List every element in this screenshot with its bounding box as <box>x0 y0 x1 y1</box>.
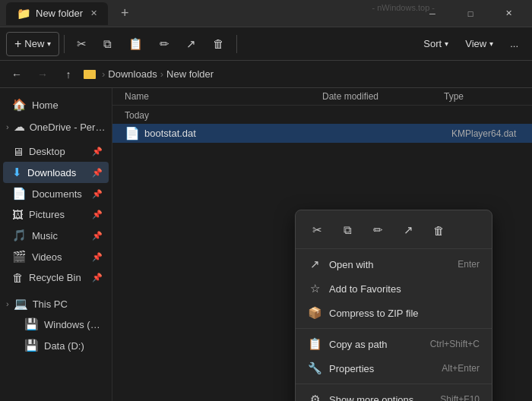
share-button[interactable]: ↗ <box>179 32 204 56</box>
sort-label: Sort <box>423 38 442 49</box>
context-menu: ✂ ⧉ ✏ ↗ 🗑 ↗ Open with Enter <box>295 210 492 401</box>
sidebar-item-home[interactable]: 🏠 Home <box>3 94 109 115</box>
tab-close-button[interactable]: ✕ <box>90 8 97 18</box>
sidebar-item-recycle-bin[interactable]: 🗑 Recycle Bin 📌 <box>3 267 109 288</box>
sort-button[interactable]: Sort ▾ <box>416 32 456 56</box>
copy-path-icon: 📋 <box>308 337 321 351</box>
ctx-rename-button[interactable]: ✏ <box>366 218 390 242</box>
ctx-delete-icon: 🗑 <box>433 224 445 237</box>
ctx-separator-2 <box>296 384 492 384</box>
new-button-icon: + <box>14 37 21 51</box>
documents-icon: 📄 <box>12 187 27 200</box>
ctx-item-copy-path[interactable]: 📋 Copy as path Ctrl+Shift+C <box>296 332 492 356</box>
maximize-button[interactable]: □ <box>453 0 488 27</box>
sidebar-item-windows-c[interactable]: 💾 Windows (C:) <box>3 314 109 335</box>
tab-title: New folder <box>36 8 83 19</box>
delete-button[interactable]: 🗑 <box>205 32 232 56</box>
file-type: KMPlayer64.dat <box>451 128 532 139</box>
close-button[interactable]: ✕ <box>491 0 526 27</box>
path-downloads[interactable]: Downloads <box>108 68 157 80</box>
recycle-bin-pin-icon: 📌 <box>92 273 103 283</box>
copy-button[interactable]: ⧉ <box>96 32 119 56</box>
music-label: Music <box>32 230 87 242</box>
more-button[interactable]: ... <box>502 32 526 56</box>
ctx-share-button[interactable]: ↗ <box>396 218 420 242</box>
sidebar-item-data-d[interactable]: 💾 Data (D:) <box>3 335 109 356</box>
cut-icon: ✂ <box>77 37 87 51</box>
new-tab-button[interactable]: + <box>114 3 135 24</box>
documents-pin-icon: 📌 <box>92 189 103 199</box>
home-label: Home <box>32 99 103 111</box>
videos-pin-icon: 📌 <box>92 252 103 262</box>
new-button[interactable]: + New ▾ <box>6 32 59 56</box>
sidebar-item-documents[interactable]: 📄 Documents 📌 <box>3 183 109 204</box>
ctx-delete-button[interactable]: 🗑 <box>426 218 451 242</box>
watermark: - nWindows.top - <box>366 0 441 15</box>
rename-button[interactable]: ✏ <box>152 32 177 56</box>
tab-folder-icon: 📁 <box>17 7 31 21</box>
downloads-icon: ⬇ <box>12 166 22 179</box>
this-pc-expand-icon: › <box>6 299 9 308</box>
show-more-icon: ⚙ <box>308 393 321 401</box>
more-icon: ... <box>510 38 518 49</box>
path-new-folder[interactable]: New folder <box>166 68 214 80</box>
ctx-item-add-favorites[interactable]: ☆ Add to Favorites <box>296 276 492 301</box>
forward-button[interactable]: → <box>32 64 53 85</box>
back-button[interactable]: ← <box>6 64 27 85</box>
delete-icon: 🗑 <box>213 37 224 50</box>
toolbar-divider-2 <box>236 35 237 53</box>
onedrive-label: OneDrive - Persona... <box>30 122 106 133</box>
new-button-label: New <box>24 38 44 49</box>
sidebar-item-downloads[interactable]: ⬇ Downloads 📌 <box>3 162 109 183</box>
ctx-item-compress-zip[interactable]: 📦 Compress to ZIP file <box>296 301 492 325</box>
compress-zip-icon: 📦 <box>308 306 321 320</box>
open-with-label: Open with <box>329 259 450 270</box>
ctx-item-show-more[interactable]: ⚙ Show more options Shift+F10 <box>296 387 492 401</box>
col-date-header: Date modified <box>322 91 444 102</box>
path-sep-2: › <box>160 68 163 80</box>
compress-zip-label: Compress to ZIP file <box>329 308 472 319</box>
sidebar-item-music[interactable]: 🎵 Music 📌 <box>3 225 109 246</box>
ctx-cut-button[interactable]: ✂ <box>305 218 329 242</box>
music-icon: 🎵 <box>12 229 27 242</box>
file-icon: 📄 <box>125 126 140 141</box>
col-name-header: Name <box>125 91 322 102</box>
context-menu-toolbar: ✂ ⧉ ✏ ↗ 🗑 <box>296 215 492 249</box>
share-icon: ↗ <box>186 37 196 51</box>
content-area: Name Date modified Type Size Today 📄 boo… <box>112 88 532 401</box>
sidebar-item-this-pc[interactable]: › 💻 This PC <box>0 292 112 314</box>
pictures-pin-icon: 📌 <box>92 210 103 219</box>
ctx-item-properties[interactable]: 🔧 Properties Alt+Enter <box>296 356 492 380</box>
windows-c-icon: 💾 <box>24 317 39 331</box>
title-bar: 📁 New folder ✕ + - nWindows.top - ─ □ ✕ <box>0 0 532 27</box>
toolbar: + New ▾ ✂ ⧉ 📋 ✏ ↗ 🗑 Sort ▾ View ▾ ... <box>0 27 532 61</box>
copy-path-shortcut: Ctrl+Shift+C <box>430 339 480 349</box>
pictures-icon: 🖼 <box>12 208 24 221</box>
copy-icon: ⧉ <box>103 37 112 51</box>
downloads-label: Downloads <box>27 167 87 178</box>
data-d-icon: 💾 <box>24 339 39 352</box>
table-row[interactable]: 📄 bootstat.dat KMPlayer64.dat 66 KB <box>112 124 532 143</box>
ctx-copy-button[interactable]: ⧉ <box>335 218 359 242</box>
sidebar-item-pictures[interactable]: 🖼 Pictures 📌 <box>3 204 109 225</box>
sidebar-item-videos[interactable]: 🎬 Videos 📌 <box>3 246 109 267</box>
file-name: bootstat.dat <box>144 128 330 139</box>
up-button[interactable]: ↑ <box>58 64 79 85</box>
sidebar-item-desktop[interactable]: 🖥 Desktop 📌 <box>3 141 109 162</box>
properties-shortcut: Alt+Enter <box>442 363 480 374</box>
onedrive-icon: ☁ <box>14 120 25 134</box>
desktop-label: Desktop <box>29 146 87 157</box>
address-path: › Downloads › New folder <box>84 68 214 80</box>
ctx-share-icon: ↗ <box>404 223 413 237</box>
cut-button[interactable]: ✂ <box>69 32 94 56</box>
toolbar-divider-1 <box>64 35 65 53</box>
open-with-icon: ↗ <box>308 257 321 271</box>
rename-icon: ✏ <box>160 37 169 51</box>
ctx-item-open-with[interactable]: ↗ Open with Enter <box>296 252 492 276</box>
properties-icon: 🔧 <box>308 362 321 375</box>
view-button[interactable]: View ▾ <box>458 32 501 56</box>
desktop-icon: 🖥 <box>12 145 24 158</box>
paste-button[interactable]: 📋 <box>121 32 150 56</box>
active-tab[interactable]: 📁 New folder ✕ <box>6 2 108 25</box>
sidebar-item-onedrive[interactable]: › ☁ OneDrive - Persona... <box>0 115 112 137</box>
